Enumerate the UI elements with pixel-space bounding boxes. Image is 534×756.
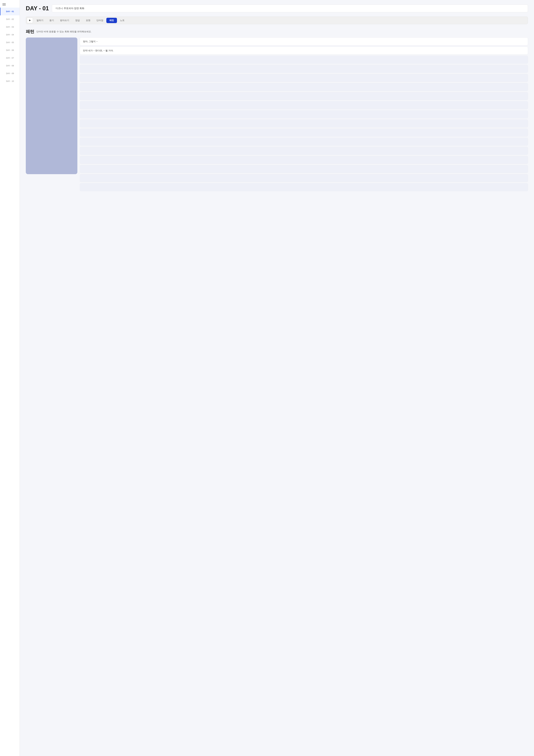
content-area: 맞아, 그렇지 ~만약 네가 ~ 한다면, ~ 될 거야.	[26, 38, 528, 191]
tab-speaking[interactable]: 말하기	[34, 18, 46, 23]
sidebar-item-day-07[interactable]: DAY - 07	[0, 54, 19, 62]
sidebar-item-day-08[interactable]: DAY - 08	[0, 62, 19, 69]
tab-vocabulary[interactable]: 단어장	[93, 18, 106, 23]
image-panel	[26, 38, 77, 174]
sidebar: DAY - 01DAY - 02DAY - 03DAY - 04DAY - 05…	[0, 0, 20, 756]
pattern-item-1: 맞아, 그렇지 ~	[80, 38, 528, 45]
subtitle-text: 디즈니 주토피아 장면 회화	[56, 7, 84, 10]
pattern-item-14	[80, 156, 528, 164]
pattern-item-11	[80, 129, 528, 137]
pattern-item-3	[80, 56, 528, 64]
pattern-item-16	[80, 174, 528, 182]
tab-answer[interactable]: 정답	[72, 18, 83, 23]
pattern-item-8	[80, 101, 528, 109]
pattern-item-10	[80, 120, 528, 127]
pattern-item-2: 만약 네가 ~ 한다면, ~ 될 거야.	[80, 47, 528, 55]
sidebar-item-day-03[interactable]: DAY - 03	[0, 23, 19, 31]
sidebar-item-day-10[interactable]: DAY - 10	[0, 77, 19, 85]
header: DAY - 01 디즈니 주토피아 장면 회화	[26, 5, 528, 12]
sidebar-item-day-05[interactable]: DAY - 05	[0, 39, 19, 46]
main-content: DAY - 01 디즈니 주토피아 장면 회화 말하기듣기받아쓰기정답표현단어장…	[20, 0, 534, 756]
pattern-item-5	[80, 74, 528, 82]
sidebar-nav: DAY - 01DAY - 02DAY - 03DAY - 04DAY - 05…	[0, 8, 19, 756]
sidebar-item-day-09[interactable]: DAY - 09	[0, 69, 19, 77]
sidebar-item-day-06[interactable]: DAY - 06	[0, 46, 19, 54]
pattern-item-7	[80, 92, 528, 100]
section-description: 단어만 바꿔 응용할 수 있는 회화 패턴을 파악해보세요.	[37, 30, 91, 33]
pattern-item-17	[80, 183, 528, 191]
section-title: 패턴	[26, 29, 34, 35]
sidebar-item-day-01[interactable]: DAY - 01	[0, 8, 19, 15]
page-title: DAY - 01	[26, 5, 49, 12]
sidebar-item-day-02[interactable]: DAY - 02	[0, 15, 19, 23]
pattern-item-9	[80, 110, 528, 118]
pattern-item-13	[80, 147, 528, 155]
menu-icon[interactable]	[0, 0, 19, 8]
pattern-item-6	[80, 83, 528, 91]
section-header: 패턴 단어만 바꿔 응용할 수 있는 회화 패턴을 파악해보세요.	[26, 29, 528, 35]
pattern-list: 맞아, 그렇지 ~만약 네가 ~ 한다면, ~ 될 거야.	[80, 38, 528, 191]
tab-bar: 말하기듣기받아쓰기정답표현단어장패턴노트	[26, 16, 528, 24]
tab-notes[interactable]: 노트	[117, 18, 128, 23]
pattern-item-15	[80, 165, 528, 173]
sidebar-item-day-04[interactable]: DAY - 04	[0, 31, 19, 39]
pattern-item-12	[80, 138, 528, 146]
svg-marker-0	[29, 19, 31, 21]
play-button[interactable]	[27, 17, 33, 23]
tab-pattern[interactable]: 패턴	[106, 18, 117, 23]
tab-dictation[interactable]: 받아쓰기	[57, 18, 72, 23]
subtitle-box: 디즈니 주토피아 장면 회화	[52, 5, 528, 12]
tab-listening[interactable]: 듣기	[46, 18, 57, 23]
tab-expression[interactable]: 표현	[83, 18, 93, 23]
pattern-item-4	[80, 65, 528, 73]
